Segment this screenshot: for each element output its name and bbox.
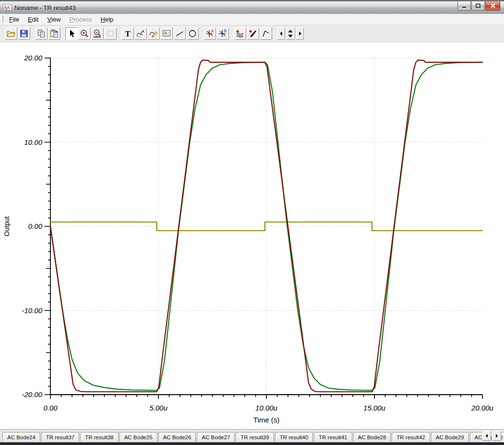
add-curves-icon [235,29,245,38]
title-bar[interactable]: Noname - TR result43 [0,1,504,14]
tab-ac-bode27[interactable]: AC Bode27 [197,432,235,442]
segment-icon [261,29,271,38]
zoom-in-button[interactable] [78,27,91,40]
svg-text:?: ? [151,35,154,39]
tab-tr-result37[interactable]: TR result37 [41,432,79,442]
paste-icon [49,29,59,38]
maximize-button[interactable] [471,1,485,11]
tab-tr-result42[interactable]: TR result42 [392,432,430,442]
zoom-out-100-button[interactable]: 100% [91,27,104,40]
x-tick-label: 20.00u [471,404,494,412]
autoscale-curve-button[interactable] [134,27,147,40]
window-title: Noname - TR result43 [14,4,76,12]
menubar-grip-icon [1,16,3,23]
page-spinner-button[interactable] [286,27,295,40]
tab-ac-bode29[interactable]: AC Bode29 [431,432,469,442]
legend-button[interactable] [160,27,173,40]
y-tick-label: -10.00 [22,306,42,315]
close-icon [490,3,496,8]
pick-point-button[interactable] [247,27,259,40]
y-axis-title: Output [3,216,11,236]
folder-open-icon [6,29,16,38]
y-tick-label: -20.00 [22,390,42,398]
menu-edit[interactable]: Edit [24,14,43,25]
tab-items: AC Bode24TR result37TR result38AC Bode25… [2,430,504,442]
ellipse-tool-button[interactable] [186,27,199,40]
text-tool-button[interactable]: T [121,27,134,40]
zoom-region-button [104,27,117,40]
menu-process: Process [65,14,96,25]
y-tick-label: 20.00 [24,54,42,62]
left-arrow-icon [484,433,489,438]
waveform-arrow-icon [136,29,145,38]
x-axis-title: Time (s) [253,416,279,424]
cursor-b-icon: b [218,29,228,38]
x-tick-label: 15.00u [363,404,386,412]
svg-text:100%: 100% [93,35,101,38]
y-tick-label: 0.00 [28,222,43,230]
menu-items: FileEditViewProcessHelp [5,14,118,25]
transient-analysis-plot[interactable]: 0.005.00u10.00u15.00u20.00u20.0010.000.0… [0,42,504,429]
pointer-button[interactable] [65,27,78,40]
page-next-button[interactable] [296,27,304,40]
tab-scroll-left-button[interactable] [482,431,491,441]
svg-text:b: b [224,29,227,33]
page-prev-button[interactable] [277,27,285,40]
pointer-icon [67,29,76,38]
save-button[interactable] [18,27,30,40]
toolbar: 100%T?ab [0,25,504,42]
cursor-b-button[interactable]: b [216,27,229,40]
pen-plus-icon [248,29,258,38]
add-curves-button[interactable] [234,27,246,40]
toolbar-items: 100%T?ab [5,27,304,40]
text-tool-icon: T [123,29,132,38]
ellipse-tool-icon [188,29,197,38]
menu-bar: FileEditViewProcessHelp [0,14,504,25]
curve-properties-button[interactable]: ? [147,27,160,40]
close-button[interactable] [485,1,500,11]
open-button[interactable] [5,27,17,40]
maximize-icon [475,3,481,8]
x-tick-label: 10.00u [255,404,278,412]
tab-ac-bode25[interactable]: AC Bode25 [120,432,157,442]
copy-button[interactable] [35,27,48,40]
tab-scroll-right-button[interactable] [492,431,501,441]
svg-text:a: a [211,29,214,33]
menu-file[interactable]: File [5,14,24,25]
line-tool-icon [175,29,184,38]
chart-area: 0.005.00u10.00u15.00u20.00u20.0010.000.0… [0,42,504,429]
window-frame-bottom [0,442,504,445]
zoom-out-100-icon: 100% [93,29,102,38]
menu-view[interactable]: View [43,14,65,25]
tab-ac-bode28[interactable]: AC Bode28 [353,432,391,442]
spinner-icon [287,29,294,38]
y-tick-label: 10.00 [24,138,42,146]
minimize-button[interactable] [457,1,471,11]
nav-right-icon [297,30,303,37]
cursor-a-button[interactable]: a [204,27,216,40]
paste-button[interactable] [48,27,60,40]
save-icon [19,29,29,38]
cursor-a-icon: a [205,29,215,38]
linearize-button[interactable] [260,27,272,40]
minimize-icon [461,3,467,8]
menu-help[interactable]: Help [96,14,118,25]
tab-tr-result38[interactable]: TR result38 [80,432,118,442]
tab-ac-bode24[interactable]: AC Bode24 [2,432,40,442]
diagram-window: Noname - TR result43 FileEditViewProcess… [0,0,504,445]
x-tick-label: 5.00u [149,404,168,412]
tab-tr-result39[interactable]: TR result39 [236,432,274,442]
legend-icon [162,29,171,38]
line-tool-button[interactable] [173,27,186,40]
tab-tr-result40[interactable]: TR result40 [275,432,313,442]
x-tick-label: 0.00 [43,404,58,412]
window-controls [457,1,500,11]
right-arrow-icon [494,433,499,438]
tab-scroll-controls [481,431,501,441]
waveform-app-icon [3,4,12,12]
waveform-question-icon: ? [149,29,158,38]
tab-ac-bode26[interactable]: AC Bode26 [158,432,196,442]
zoom-region-icon [106,29,115,38]
tab-tr-result41[interactable]: TR result41 [314,432,352,442]
nav-left-icon [278,30,284,37]
